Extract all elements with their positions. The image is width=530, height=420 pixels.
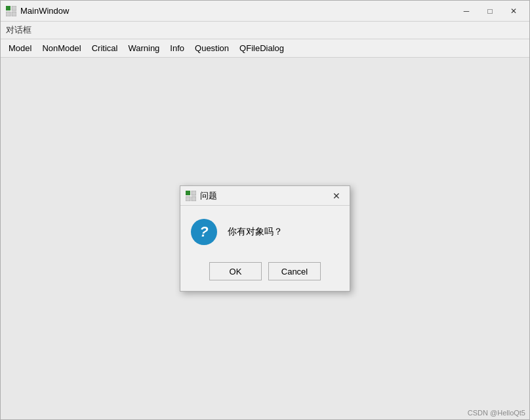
svg-rect-3 [12,12,16,16]
svg-rect-5 [192,191,196,195]
close-button[interactable]: ✕ [503,5,524,18]
menu-item-info[interactable]: Info [165,41,190,55]
cancel-button[interactable]: Cancel [268,262,321,280]
svg-rect-0 [6,6,10,10]
window-controls: ─ □ ✕ [456,5,524,18]
sub-label: 对话框 [1,22,529,39]
dialog-title: 问题 [200,190,329,202]
svg-rect-4 [186,191,190,195]
ok-button[interactable]: OK [209,262,262,280]
dialog-box: 问题 ✕ ? 你有对象吗？ OK Cancel [180,185,350,292]
menu-item-critical[interactable]: Critical [87,41,123,55]
minimize-button[interactable]: ─ [456,5,477,18]
dialog-close-button[interactable]: ✕ [329,190,344,202]
svg-rect-2 [6,12,10,16]
dialog-app-icon [186,191,196,201]
menu-bar: Model NonModel Critical Warning Info Que… [1,39,529,58]
dialog-title-bar: 问题 ✕ [180,186,350,206]
dialog-buttons: OK Cancel [180,256,350,291]
modal-overlay: 问题 ✕ ? 你有对象吗？ OK Cancel [1,58,529,419]
menu-item-question[interactable]: Question [190,41,234,55]
svg-rect-1 [12,6,16,10]
svg-rect-7 [192,197,196,201]
menu-item-model[interactable]: Model [3,41,37,55]
main-window: MainWindow ─ □ ✕ 对话框 Model NonModel Crit… [0,0,530,420]
dialog-content: ? 你有对象吗？ [180,206,350,256]
app-icon [6,6,16,16]
maximize-button[interactable]: □ [479,5,500,18]
watermark: CSDN @HelloQt5 [468,409,525,417]
question-icon: ? [191,219,217,245]
window-title: MainWindow [20,6,456,16]
dialog-message: 你有对象吗？ [228,226,283,238]
svg-rect-6 [186,197,190,201]
title-bar: MainWindow ─ □ ✕ [1,1,529,22]
menu-item-warning[interactable]: Warning [123,41,165,55]
menu-item-nonmodel[interactable]: NonModel [37,41,86,55]
main-content: 问题 ✕ ? 你有对象吗？ OK Cancel CSDN @HelloQt5 [1,58,529,419]
menu-item-qfiledialog[interactable]: QFileDialog [234,41,289,55]
